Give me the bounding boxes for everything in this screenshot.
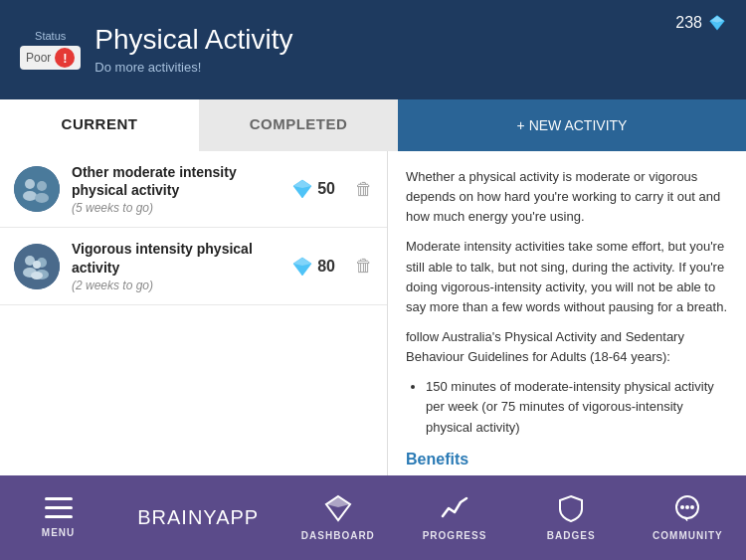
delete-activity-icon[interactable]: 🗑: [355, 179, 373, 200]
diamond-nav-icon: [324, 494, 352, 522]
tab-current[interactable]: CURRENT: [0, 99, 199, 151]
activity-list: Other moderate intensity physical activi…: [0, 151, 388, 475]
activity-points: 80: [280, 257, 335, 277]
svg-point-4: [23, 191, 37, 201]
people-icon: [14, 166, 60, 212]
activity-time: (5 weeks to go): [72, 201, 269, 215]
nav-item-menu[interactable]: MENU: [0, 475, 116, 560]
nav-item-progress[interactable]: PROGRESS: [396, 475, 512, 560]
header-title-block: Physical Activity Do more activities!: [94, 25, 292, 75]
dashboard-icon: [324, 494, 352, 526]
activity-item[interactable]: Vigorous intensity physical activity (2 …: [0, 228, 387, 304]
activity-info: Other moderate intensity physical activi…: [72, 163, 269, 215]
svg-marker-1: [710, 16, 724, 23]
avatar: [14, 166, 60, 212]
activity-name: Other moderate intensity physical activi…: [72, 163, 269, 199]
activity-detail-panel: Whether a physical activity is moderate …: [388, 151, 746, 475]
avatar-image: [14, 166, 60, 212]
svg-rect-20: [45, 515, 73, 518]
status-value: Poor: [26, 51, 51, 65]
tab-completed[interactable]: COMPLETED: [199, 99, 398, 151]
badges-icon: [558, 494, 584, 526]
detail-paragraph-2: Moderate intensity activities take some …: [406, 237, 728, 317]
progress-icon: [441, 494, 468, 526]
nav-label-community: COMMUNITY: [653, 530, 723, 541]
svg-point-5: [37, 181, 47, 191]
main-content: Other moderate intensity physical activi…: [0, 151, 746, 475]
activity-name: Vigorous intensity physical activity: [72, 240, 269, 276]
points-display: 238: [675, 14, 726, 32]
shield-icon: [558, 494, 584, 522]
activity-points: 50: [280, 179, 335, 199]
detail-paragraph-3: follow Australia's Physical Activity and…: [406, 327, 728, 367]
bottom-nav: MENU BRAINYAPP DASHBOARD PROGRESS: [0, 475, 746, 560]
svg-point-26: [690, 505, 694, 509]
status-badge: Poor !: [20, 46, 81, 70]
svg-point-25: [685, 505, 689, 509]
svg-point-6: [35, 193, 49, 203]
chat-icon: [673, 494, 701, 522]
hamburger-icon: [45, 497, 73, 519]
diamond-points-icon: [292, 257, 312, 277]
tabs-row: CURRENT COMPLETED + NEW ACTIVITY: [0, 99, 746, 151]
nav-label-dashboard: DASHBOARD: [301, 530, 375, 541]
page-title: Physical Activity: [94, 25, 292, 56]
detail-paragraph-1: Whether a physical activity is moderate …: [406, 167, 728, 227]
chart-icon: [441, 494, 468, 522]
diamond-points-icon: [292, 179, 312, 199]
nav-label-menu: MENU: [42, 527, 75, 538]
svg-point-2: [14, 166, 60, 212]
svg-rect-19: [45, 506, 73, 509]
avatar-image: [14, 244, 60, 289]
list-item: 150 minutes of moderate-intensity physic…: [426, 377, 728, 437]
benefits-heading: Benefits: [406, 448, 728, 472]
activity-item[interactable]: Other moderate intensity physical activi…: [0, 151, 387, 228]
nav-brand[interactable]: BRAINYAPP: [116, 475, 280, 560]
status-block: Status Poor !: [20, 30, 81, 70]
brand-name: BRAINYAPP: [137, 506, 259, 529]
svg-rect-18: [45, 497, 73, 500]
detail-list: 150 minutes of moderate-intensity physic…: [426, 377, 728, 437]
people-icon: [14, 244, 60, 289]
svg-point-3: [25, 179, 35, 189]
diamond-icon: [708, 14, 726, 32]
nav-label-badges: BADGES: [547, 530, 596, 541]
status-warning-icon: !: [55, 48, 75, 68]
nav-item-community[interactable]: COMMUNITY: [630, 475, 746, 560]
status-label: Status: [35, 30, 66, 42]
nav-label-progress: PROGRESS: [423, 530, 487, 541]
community-icon: [673, 494, 701, 526]
nav-item-dashboard[interactable]: DASHBOARD: [280, 475, 396, 560]
points-value: 238: [675, 14, 702, 32]
activity-time: (2 weeks to go): [72, 279, 269, 292]
activity-info: Vigorous intensity physical activity (2 …: [72, 240, 269, 291]
page-subtitle: Do more activities!: [94, 60, 292, 75]
svg-point-15: [31, 272, 43, 280]
avatar: [14, 244, 60, 289]
nav-item-badges[interactable]: BADGES: [513, 475, 630, 560]
menu-icon: [45, 497, 73, 523]
svg-point-24: [680, 505, 684, 509]
header: Status Poor ! Physical Activity Do more …: [0, 0, 746, 99]
svg-point-14: [33, 261, 41, 269]
delete-activity-icon[interactable]: 🗑: [355, 256, 373, 277]
new-activity-button[interactable]: + NEW ACTIVITY: [398, 99, 746, 151]
